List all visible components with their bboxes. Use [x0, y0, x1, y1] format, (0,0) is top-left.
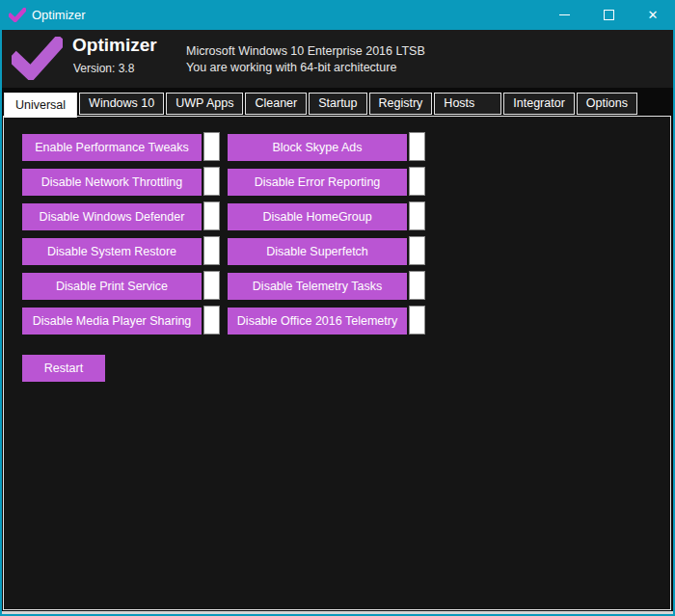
tab-content-universal: Enable Performance Tweaks Disable Networ…	[3, 116, 671, 610]
block-skype-ads-button[interactable]: Block Skype Ads	[228, 134, 407, 161]
media-player-sharing-indicator	[203, 306, 220, 335]
error-reporting-indicator	[409, 167, 425, 196]
app-window: Optimizer ✕ Optimizer Version: 3.8 Micro…	[0, 0, 675, 616]
close-button[interactable]: ✕	[631, 0, 675, 30]
minimize-button[interactable]	[542, 0, 586, 30]
window-controls: ✕	[542, 0, 675, 30]
telemetry-tasks-indicator	[409, 271, 425, 300]
enable-performance-tweaks-button[interactable]: Enable Performance Tweaks	[22, 134, 202, 161]
superfetch-indicator	[409, 236, 425, 265]
window-title: Optimizer	[32, 8, 86, 22]
tab-integrator[interactable]: Integrator	[503, 93, 575, 115]
skype-ads-indicator	[409, 132, 425, 161]
disable-print-service-button[interactable]: Disable Print Service	[22, 273, 202, 300]
disable-media-player-sharing-button[interactable]: Disable Media Player Sharing	[22, 308, 202, 335]
disable-telemetry-tasks-button[interactable]: Disable Telemetry Tasks	[228, 273, 407, 300]
tab-options[interactable]: Options	[577, 93, 637, 115]
homegroup-indicator	[409, 201, 425, 230]
disable-superfetch-button[interactable]: Disable Superfetch	[228, 238, 407, 265]
network-throttling-indicator	[203, 167, 220, 196]
window-border-left	[0, 0, 2, 616]
maximize-button[interactable]	[586, 0, 631, 30]
restart-button[interactable]: Restart	[22, 355, 105, 382]
close-icon: ✕	[648, 9, 659, 21]
tab-registry[interactable]: Registry	[369, 93, 433, 115]
disable-windows-defender-button[interactable]: Disable Windows Defender	[22, 203, 202, 230]
tab-startup[interactable]: Startup	[309, 93, 366, 115]
windows-defender-indicator	[203, 201, 220, 230]
tab-cleaner[interactable]: Cleaner	[245, 93, 307, 115]
tab-universal[interactable]: Universal	[4, 93, 77, 118]
maximize-icon	[604, 10, 614, 20]
performance-tweaks-indicator	[203, 132, 220, 161]
system-restore-indicator	[203, 236, 220, 265]
architecture-text: You are working with 64-bit architecture	[186, 60, 425, 76]
disable-system-restore-button[interactable]: Disable System Restore	[22, 238, 202, 265]
disable-network-throttling-button[interactable]: Disable Network Throttling	[22, 169, 202, 196]
system-info: Microsoft Windows 10 Enterprise 2016 LTS…	[186, 43, 425, 76]
print-service-indicator	[203, 271, 220, 300]
minimize-icon	[559, 14, 570, 15]
os-edition-text: Microsoft Windows 10 Enterprise 2016 LTS…	[186, 43, 425, 60]
tab-windows-10[interactable]: Windows 10	[79, 93, 164, 115]
titlebar: Optimizer ✕	[0, 0, 675, 30]
optimizer-logo-icon	[12, 37, 63, 80]
app-logo-check-icon	[9, 8, 26, 22]
tab-bar: Universal Windows 10 UWP Apps Cleaner St…	[4, 89, 673, 117]
disable-homegroup-button[interactable]: Disable HomeGroup	[228, 203, 407, 230]
disable-error-reporting-button[interactable]: Disable Error Reporting	[228, 169, 407, 196]
version-label: Version: 3.8	[73, 62, 134, 75]
app-name: Optimizer	[72, 35, 157, 56]
tab-uwp-apps[interactable]: UWP Apps	[166, 93, 243, 115]
office-2016-telemetry-indicator	[409, 306, 425, 335]
app-header: Optimizer Version: 3.8 Microsoft Windows…	[2, 30, 673, 88]
disable-office-2016-telemetry-button[interactable]: Disable Office 2016 Telemetry	[228, 308, 407, 335]
tab-hosts[interactable]: Hosts	[434, 93, 501, 115]
